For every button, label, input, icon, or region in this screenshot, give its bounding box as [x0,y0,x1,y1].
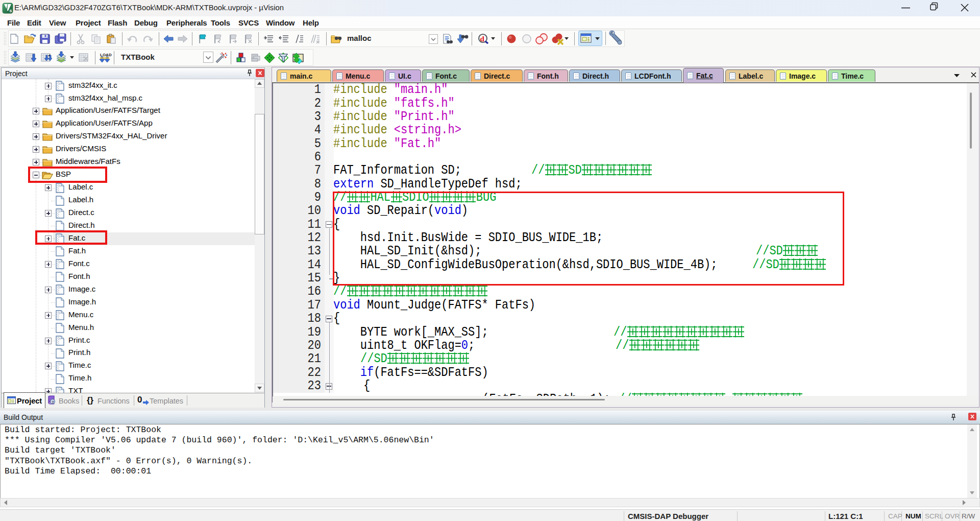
svg-text:?: ? [52,400,54,405]
svg-text:s: s [10,8,12,13]
svg-text:d: d [480,35,485,43]
